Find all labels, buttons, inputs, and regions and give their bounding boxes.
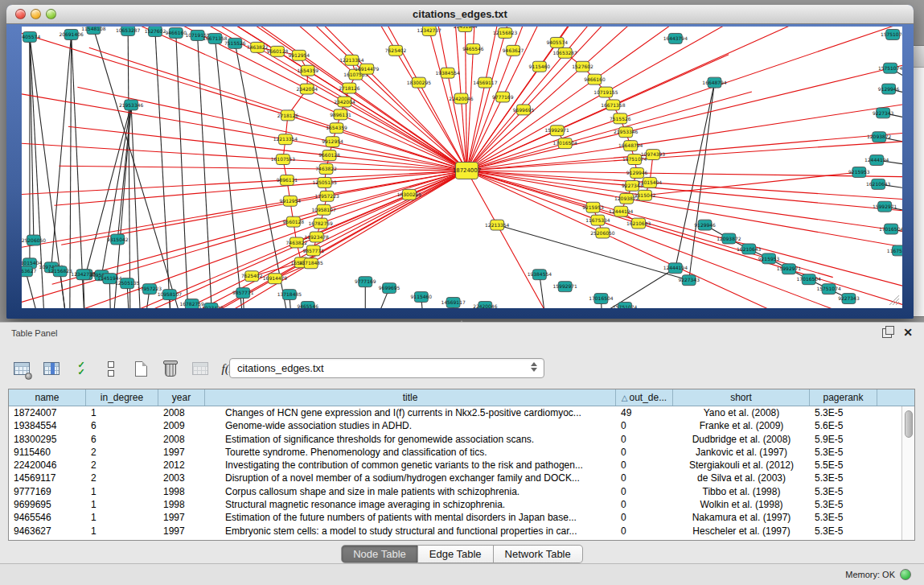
graph-node-label: 14569117 [441, 299, 466, 305]
table-cell: 5.3E-5 [810, 525, 877, 538]
graph-node-label: 7625402 [385, 47, 407, 53]
graph-node-label: 12213354 [273, 136, 298, 142]
table-row[interactable]: 946362711997Embryonic stem cells: a mode… [9, 525, 901, 538]
selection-mode-button[interactable]: ✓✓ [71, 358, 92, 379]
vertical-scrollbar[interactable] [901, 406, 914, 540]
tab-network-table[interactable]: Network Table [494, 545, 583, 563]
column-header-in-degree[interactable]: in_degree [86, 389, 158, 406]
scrollbar-thumb[interactable] [905, 410, 913, 438]
table-cell: 9465546 [9, 511, 86, 524]
table-cell: 1998 [158, 498, 205, 511]
graph-node-label: 15992971 [553, 283, 578, 289]
column-header-year[interactable]: year [158, 389, 205, 406]
resize-grip[interactable] [889, 295, 899, 305]
table-cell: 9115460 [9, 446, 86, 459]
graph-node-label: 12505135 [312, 179, 337, 185]
show-selected-button[interactable] [101, 358, 121, 379]
graph-node-label: 9699695 [513, 107, 535, 113]
table-selector-value: citations_edges.txt [237, 362, 324, 374]
graph-node-label: 21953346 [119, 102, 144, 108]
new-column-button[interactable] [130, 358, 151, 379]
memory-ok-indicator [900, 569, 911, 580]
window-titlebar[interactable]: citations_edges.txt [6, 5, 914, 24]
graph-node-label: 10958107 [311, 207, 336, 212]
table-cell: 18300295 [9, 433, 86, 446]
column-header-out-de-[interactable]: △out_de... [616, 389, 673, 406]
graph-node-label: 12342737 [71, 271, 96, 277]
graph-edge [466, 159, 634, 171]
table-cell: 0 [616, 485, 673, 498]
table-row[interactable]: 1872400712008Changes of HCN gene express… [9, 406, 901, 419]
table-cell: Nakamura et al. (1997) [673, 511, 810, 524]
delete-table-button[interactable] [190, 358, 211, 379]
table-settings-button[interactable] [11, 358, 32, 379]
table-row[interactable]: 1938455462009Genome-wide association stu… [9, 419, 901, 432]
network-canvas[interactable]: 9405574206914061154810810653287152760294… [22, 27, 902, 308]
graph-edge [650, 183, 902, 205]
graph-node-label: 16443794 [663, 35, 688, 41]
table-cell: 5.3E-5 [810, 406, 877, 419]
table-cell: 5.5E-5 [810, 459, 877, 472]
table-cell: 0 [616, 525, 673, 538]
table-row[interactable]: 969969511998Structural magnetic resonanc… [9, 498, 901, 511]
graph-edge [598, 220, 847, 308]
table-cell: 0 [616, 511, 673, 524]
column-header-short[interactable]: short [673, 389, 810, 406]
graph-node-label: 16671358 [601, 102, 626, 108]
close-panel-icon[interactable]: ✕ [903, 326, 913, 339]
graph-node-label: 1654359 [297, 68, 318, 73]
table-cell: 18724007 [9, 406, 86, 419]
graph-edge [594, 27, 837, 80]
graph-node-label: 15751074 [878, 65, 902, 71]
table-header-row: namein_degreeyeartitle△out_de...shortpag… [9, 389, 914, 406]
graph-node-label: 18300295 [397, 192, 422, 197]
table-cell: 5.6E-5 [810, 419, 877, 432]
delete-column-button[interactable] [160, 358, 181, 379]
graph-node-label: 12342737 [417, 27, 442, 33]
graph-edge [317, 171, 467, 237]
graph-node-label: 17016504 [879, 226, 902, 232]
table-cell: 19384554 [9, 419, 86, 432]
table-row[interactable]: 946554611997Estimation of the future num… [9, 511, 901, 524]
graph-node-label: 17016504 [553, 140, 578, 146]
column-header-pagerank[interactable]: pagerank [810, 389, 877, 406]
select-columns-button[interactable] [41, 358, 62, 379]
tab-node-table[interactable]: Node Table [341, 545, 418, 563]
graph-node-label: 12444194 [663, 265, 688, 270]
table-row[interactable]: 911546021997Tourette syndrome. Phenomeno… [9, 446, 901, 459]
column-header-name[interactable]: name [9, 389, 86, 406]
table-row[interactable]: 1456911722003Disruption of a novel membe… [9, 472, 901, 484]
graph-node-label: 17957223 [138, 286, 162, 291]
graph-node-label: 16648794 [618, 142, 643, 148]
graph-edge [155, 31, 172, 308]
float-panel-icon[interactable] [882, 328, 892, 338]
graph-node-label: 10974393 [641, 151, 666, 157]
graph-node-label: 12444194 [609, 208, 634, 214]
tab-edge-table[interactable]: Edge Table [418, 545, 494, 563]
graph-node-label: 2342004 [334, 99, 355, 105]
graph-node-label: 9315042 [107, 237, 129, 242]
table-cell: 0 [616, 498, 673, 511]
table-column-icon [43, 362, 60, 375]
graph-node-label: 16914479 [263, 275, 288, 281]
graph-node-label: 9115460 [529, 64, 551, 69]
table-cell: Structural magnetic resonance image aver… [205, 498, 616, 511]
graph-node-label: 9405574 [22, 34, 40, 39]
graph-node-label: 9699695 [379, 285, 400, 290]
table-cell: Genome-wide association studies in ADHD. [205, 419, 616, 432]
table-cell: 0 [616, 472, 673, 484]
table-row[interactable]: 1830029562008Estimation of significance … [9, 433, 901, 446]
table-selector-dropdown[interactable]: citations_edges.txt [229, 358, 544, 378]
graph-edge [70, 35, 72, 308]
table-cell: 1997 [158, 525, 205, 538]
graph-node-label: 16210643 [737, 246, 762, 252]
graph-node-label: 9912954 [289, 52, 310, 58]
graph-svg[interactable]: 9405574206914061154810810653287152760294… [22, 27, 902, 308]
table-cell: 49 [616, 406, 673, 419]
table-row[interactable]: 977716911998Corpus callosum shape and si… [9, 485, 901, 498]
table-cell: 2008 [158, 433, 205, 446]
table-row[interactable]: 2242004622012Investigating the contribut… [9, 459, 901, 472]
column-header-title[interactable]: title [205, 389, 616, 406]
table-toolbar: ✓✓ f(x) [11, 356, 240, 381]
table-cell: 5.3E-5 [810, 511, 877, 524]
